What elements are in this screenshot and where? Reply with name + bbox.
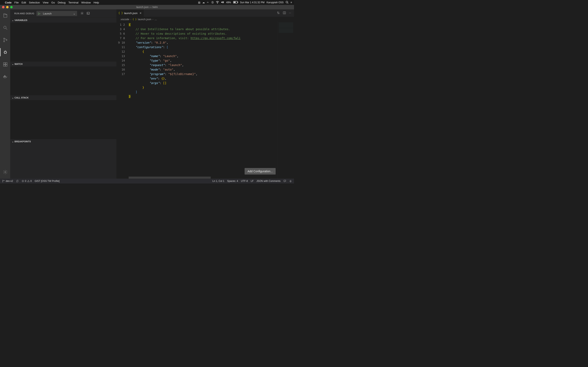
- panel-breakpoints-header[interactable]: ⌄ BREAKPOINTS: [10, 139, 116, 144]
- svg-point-27: [5, 171, 6, 173]
- svg-line-17: [4, 53, 5, 54]
- svg-line-14: [6, 51, 7, 52]
- status-indentation[interactable]: Spaces: 4: [227, 180, 238, 183]
- activity-bar: [0, 9, 10, 179]
- window-minimize-button[interactable]: [6, 6, 9, 8]
- chevron-right-icon: ›: [130, 18, 131, 21]
- menubar-item-edit[interactable]: Edit: [21, 1, 26, 4]
- json-icon: { }: [118, 12, 123, 15]
- status-problems[interactable]: 0 0: [22, 180, 32, 183]
- wifi-icon[interactable]: [216, 1, 219, 4]
- tray-icon[interactable]: ▤: [198, 1, 200, 4]
- panel-watch-header[interactable]: ⌄ WATCH: [10, 62, 116, 67]
- status-cursor-position[interactable]: Ln 1, Col 1: [213, 180, 224, 183]
- menubar-user[interactable]: Karuppiah OSS: [267, 1, 284, 4]
- menubar-datetime[interactable]: Sun Mar 1 4:31:32 PM: [240, 1, 265, 4]
- control-center-icon[interactable]: ≡: [291, 1, 292, 4]
- activity-search[interactable]: [0, 24, 10, 32]
- svg-line-18: [6, 53, 6, 54]
- horizontal-scrollbar[interactable]: [129, 176, 278, 179]
- debug-console-icon[interactable]: [86, 12, 90, 16]
- chevron-down-icon[interactable]: ⌄: [71, 12, 77, 15]
- battery-icon[interactable]: [233, 1, 238, 4]
- status-eol[interactable]: LF: [251, 180, 254, 183]
- svg-line-7: [6, 28, 7, 30]
- menubar-item-view[interactable]: View: [43, 1, 48, 4]
- tray-icon[interactable]: Ⓢ: [211, 1, 214, 4]
- svg-rect-3: [234, 2, 236, 3]
- debug-config-name: Launch: [42, 12, 71, 15]
- statusbar: dev-v2 0 0 GIST [OSS TW Profile] Ln 1, C…: [0, 179, 294, 184]
- status-language-mode[interactable]: JSON with Comments: [256, 180, 281, 183]
- activity-source-control[interactable]: [0, 36, 10, 44]
- svg-point-32: [2, 180, 3, 180]
- svg-point-28: [82, 13, 82, 14]
- sidebar-title: RUN AND DEBUG: [12, 12, 34, 15]
- activity-extensions[interactable]: [0, 60, 10, 68]
- activity-docker[interactable]: [0, 73, 10, 81]
- menubar-item-file[interactable]: File: [15, 1, 19, 4]
- status-feedback-icon[interactable]: [283, 180, 286, 183]
- macos-menubar: Code File Edit Selection View Go Debug T…: [0, 0, 294, 5]
- menubar-item-window[interactable]: Window: [81, 1, 91, 4]
- compare-icon[interactable]: [277, 11, 280, 15]
- volume-icon[interactable]: [221, 1, 224, 4]
- split-editor-icon[interactable]: [283, 11, 286, 15]
- panel-callstack-header[interactable]: ⌄ CALL STACK: [10, 95, 116, 100]
- activity-settings[interactable]: [0, 168, 10, 176]
- battery-percent: 49%: [226, 1, 231, 4]
- menubar-item-debug[interactable]: Debug: [58, 1, 66, 4]
- svg-point-0: [217, 3, 218, 3]
- more-icon[interactable]: ···: [289, 11, 291, 15]
- breadcrumb-trail[interactable]: ...: [155, 18, 157, 21]
- start-debug-icon[interactable]: ▷: [36, 12, 42, 15]
- menubar-item-help[interactable]: Help: [94, 1, 99, 4]
- editor: { } launch.json ✕ ··· .vscode › { } laun…: [116, 9, 294, 179]
- menubar-item-terminal[interactable]: Terminal: [68, 1, 78, 4]
- breadcrumb-file[interactable]: launch.json: [138, 18, 151, 21]
- status-branch[interactable]: dev-v2: [2, 180, 13, 183]
- svg-rect-19: [3, 63, 5, 64]
- panel-breakpoints-label: BREAKPOINTS: [15, 140, 31, 143]
- chevron-down-icon: ⌄: [12, 19, 14, 22]
- window-zoom-button[interactable]: [10, 6, 13, 8]
- svg-rect-20: [3, 65, 5, 66]
- svg-rect-25: [5, 76, 6, 77]
- window-close-button[interactable]: [2, 6, 4, 8]
- chevron-down-icon: ⌄: [12, 96, 14, 99]
- tray-icon[interactable]: ᯅ: [207, 1, 209, 4]
- menubar-app[interactable]: Code: [5, 1, 12, 4]
- breadcrumb-folder[interactable]: .vscode: [120, 18, 129, 21]
- panel-variables-header[interactable]: ⌄ VARIABLES: [10, 18, 116, 23]
- panel-callstack-body: [10, 100, 116, 139]
- code-content[interactable]: { // Use IntelliSense to learn about pos…: [129, 22, 278, 179]
- status-encoding[interactable]: UTF-8: [241, 180, 248, 183]
- breadcrumbs[interactable]: .vscode › { } launch.json › ...: [116, 17, 294, 22]
- svg-rect-26: [4, 75, 5, 76]
- activity-explorer[interactable]: [0, 11, 10, 20]
- svg-point-9: [4, 41, 5, 42]
- add-configuration-button[interactable]: Add Configuration...: [245, 168, 276, 175]
- editor-tab[interactable]: { } launch.json ✕: [116, 9, 144, 17]
- minimap[interactable]: [278, 22, 294, 179]
- panel-watch-body: [10, 67, 116, 95]
- svg-point-10: [6, 40, 7, 41]
- svg-rect-21: [6, 65, 7, 66]
- close-icon[interactable]: ✕: [139, 12, 142, 15]
- debug-config-picker[interactable]: ▷ Launch ⌄: [36, 11, 77, 16]
- tray-icon[interactable]: ☁: [202, 1, 205, 4]
- chevron-down-icon: ⌄: [12, 63, 14, 66]
- status-bell-icon[interactable]: [289, 180, 292, 183]
- svg-rect-2: [238, 2, 238, 3]
- svg-line-13: [4, 51, 5, 52]
- status-sync[interactable]: [16, 180, 19, 183]
- activity-run-debug[interactable]: [0, 48, 10, 56]
- spotlight-icon[interactable]: [286, 1, 288, 4]
- menubar-item-selection[interactable]: Selection: [29, 1, 40, 4]
- svg-rect-22: [6, 63, 7, 64]
- menubar-item-go[interactable]: Go: [51, 1, 55, 4]
- line-number-gutter[interactable]: 1 2 3 4 5 6 7 8 9 10 11 12 13 14 15 16 1…: [116, 22, 129, 179]
- json-icon: { }: [132, 18, 137, 21]
- status-gist[interactable]: GIST [OSS TW Profile]: [35, 180, 60, 183]
- gear-icon[interactable]: [80, 12, 84, 16]
